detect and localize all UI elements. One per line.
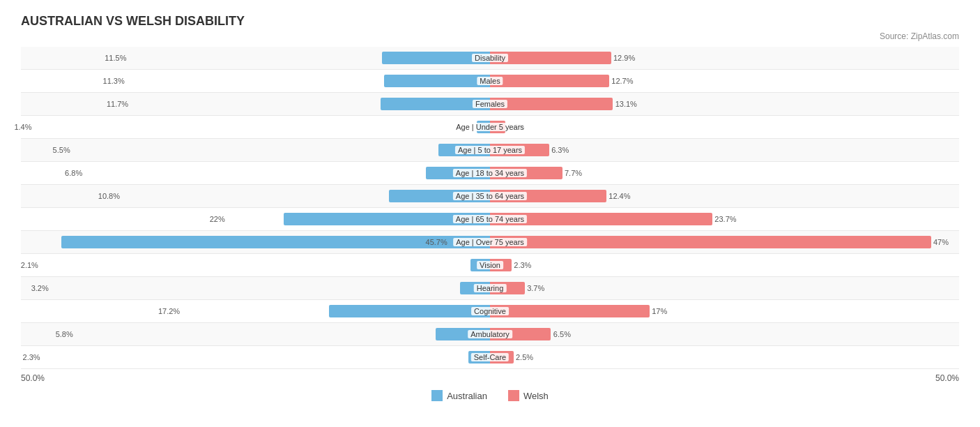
legend-welsh: Welsh [508, 390, 549, 401]
right-section: 1.6% [490, 119, 959, 135]
bar-container: 11.3% Males 12.7% [21, 70, 959, 92]
left-section: 2.1% [21, 257, 490, 273]
legend-australian: Australian [431, 390, 487, 401]
table-row: 11.5% Disability 12.9% [21, 47, 959, 70]
left-value: 22% [210, 215, 225, 223]
row-label: Age | Under 5 years [453, 123, 527, 131]
left-section: 10.8% [21, 188, 490, 204]
right-value: 6.5% [553, 330, 571, 338]
axis-right: 50.0% [935, 373, 959, 383]
right-section: 3.7% [490, 280, 959, 296]
left-value: 10.8% [98, 192, 120, 200]
row-label: Age | 65 to 74 years [453, 215, 527, 223]
left-value: 2.1% [21, 261, 38, 269]
right-section: 12.9% [490, 50, 959, 66]
table-row: 3.2% Hearing 3.7% [21, 277, 959, 300]
bar-right [490, 98, 613, 110]
right-section: 13.1% [490, 96, 959, 112]
right-value: 17% [652, 307, 667, 315]
bar-right [490, 75, 609, 87]
right-value: 7.7% [565, 169, 582, 177]
left-section: 11.3% [21, 73, 490, 89]
bar-right [490, 236, 931, 248]
bar-left [384, 75, 490, 87]
bar-container: 2.1% Vision 2.3% [21, 254, 959, 276]
right-value: 12.9% [613, 54, 635, 62]
left-value: 45.7% [426, 238, 447, 246]
right-section: 17% [490, 304, 959, 319]
bar-container: 3.2% Hearing 3.7% [21, 277, 959, 299]
chart-title: AUSTRALIAN VS WELSH DISABILITY [21, 14, 959, 29]
bars-container: 11.5% Disability 12.9% 11.3% Males [21, 47, 959, 369]
right-value: 23.7% [714, 215, 736, 223]
left-value: 11.5% [105, 54, 126, 62]
left-value: 1.4% [14, 123, 31, 131]
left-section: 22% [21, 211, 490, 227]
axis-left: 50.0% [21, 373, 45, 383]
table-row: 5.5% Age | 5 to 17 years 6.3% [21, 139, 959, 162]
bar-container: 11.5% Disability 12.9% [21, 47, 959, 69]
welsh-color-box [508, 390, 519, 401]
left-section: 11.7% [21, 96, 490, 112]
left-value: 11.3% [103, 77, 125, 85]
table-row: 17.2% Cognitive 17% [21, 300, 959, 323]
bar-container: 6.8% Age | 18 to 34 years 7.7% [21, 162, 959, 184]
bar-container: 1.4% Age | Under 5 years 1.6% [21, 116, 959, 138]
table-row: 2.1% Vision 2.3% [21, 254, 959, 277]
right-section: 23.7% [490, 211, 959, 227]
left-value: 17.2% [158, 307, 180, 315]
left-value: 2.3% [23, 353, 40, 361]
row-label: Ambulatory [468, 330, 512, 338]
left-section: 11.5% [21, 50, 490, 66]
right-section: 12.4% [490, 188, 959, 204]
table-row: 11.7% Females 13.1% [21, 93, 959, 116]
left-value: 5.5% [53, 146, 70, 154]
left-section: 17.2% [21, 304, 490, 319]
right-section: 2.3% [490, 257, 959, 273]
right-value: 47% [933, 238, 949, 246]
right-section: 12.7% [490, 73, 959, 89]
left-section: 2.3% [21, 350, 490, 365]
bar-container: 10.8% Age | 35 to 64 years 12.4% [21, 185, 959, 207]
chart-area: 11.5% Disability 12.9% 11.3% Males [21, 47, 959, 387]
left-value: 6.8% [65, 169, 82, 177]
left-section: 1.4% [21, 119, 490, 135]
row-label: Disability [472, 54, 508, 62]
row-label: Vision [477, 261, 503, 269]
row-label: Age | 35 to 64 years [453, 192, 527, 200]
right-section: 6.5% [490, 327, 959, 342]
bar-container: 45.7% Age | Over 75 years 47% [21, 231, 959, 253]
right-value: 6.3% [551, 146, 569, 154]
table-row: 5.8% Ambulatory 6.5% [21, 323, 959, 346]
right-value: 13.1% [615, 100, 637, 108]
right-section: 2.5% [490, 350, 959, 365]
right-value: 12.4% [608, 192, 630, 200]
table-row: 45.7% Age | Over 75 years 47% [21, 231, 959, 254]
right-value: 2.3% [514, 261, 531, 269]
legend: Australian Welsh [21, 390, 959, 401]
table-row: 22% Age | 65 to 74 years 23.7% [21, 208, 959, 231]
bar-container: 17.2% Cognitive 17% [21, 300, 959, 322]
table-row: 10.8% Age | 35 to 64 years 12.4% [21, 185, 959, 208]
row-label: Age | Over 75 years [453, 238, 527, 246]
row-label: Self-Care [471, 353, 509, 361]
australian-color-box [431, 390, 443, 401]
bar-left [329, 305, 491, 317]
row-label: Cognitive [471, 307, 509, 315]
left-value: 5.8% [56, 330, 73, 338]
legend-welsh-label: Welsh [523, 391, 549, 401]
left-value: 11.7% [107, 100, 128, 108]
bar-container: 5.5% Age | 5 to 17 years 6.3% [21, 139, 959, 161]
source-label: Source: ZipAtlas.com [21, 31, 959, 41]
table-row: 2.3% Self-Care 2.5% [21, 346, 959, 369]
right-section: 6.3% [490, 142, 959, 158]
axis-labels: 50.0% 50.0% [21, 369, 959, 387]
bar-container: 2.3% Self-Care 2.5% [21, 346, 959, 368]
row-label: Males [477, 77, 503, 85]
left-section: 6.8% [21, 165, 490, 181]
left-value: 3.2% [31, 284, 49, 292]
row-label: Age | 18 to 34 years [453, 169, 527, 177]
bar-container: 11.7% Females 13.1% [21, 93, 959, 115]
right-value: 12.7% [611, 77, 633, 85]
row-label: Age | 5 to 17 years [455, 146, 525, 154]
